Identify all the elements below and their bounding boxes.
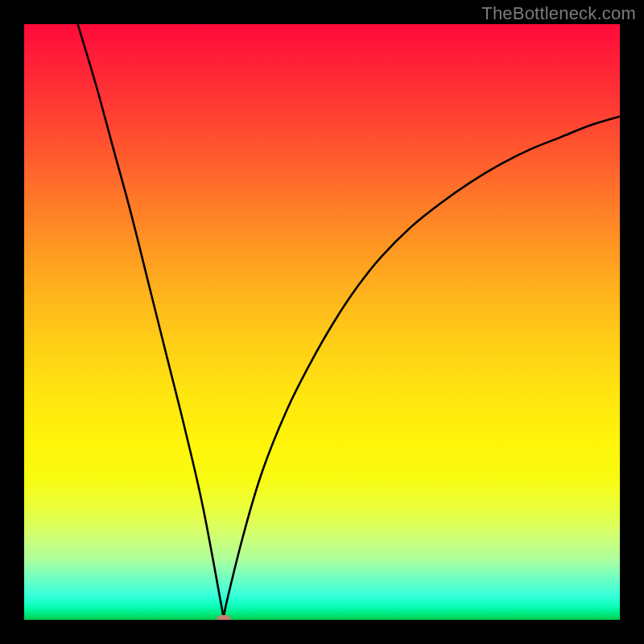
- watermark-text: TheBottleneck.com: [481, 3, 636, 24]
- optimum-marker: [217, 615, 231, 620]
- chart-frame: TheBottleneck.com: [0, 0, 644, 644]
- plot-area: [24, 24, 620, 620]
- bottleneck-curve: [24, 24, 620, 620]
